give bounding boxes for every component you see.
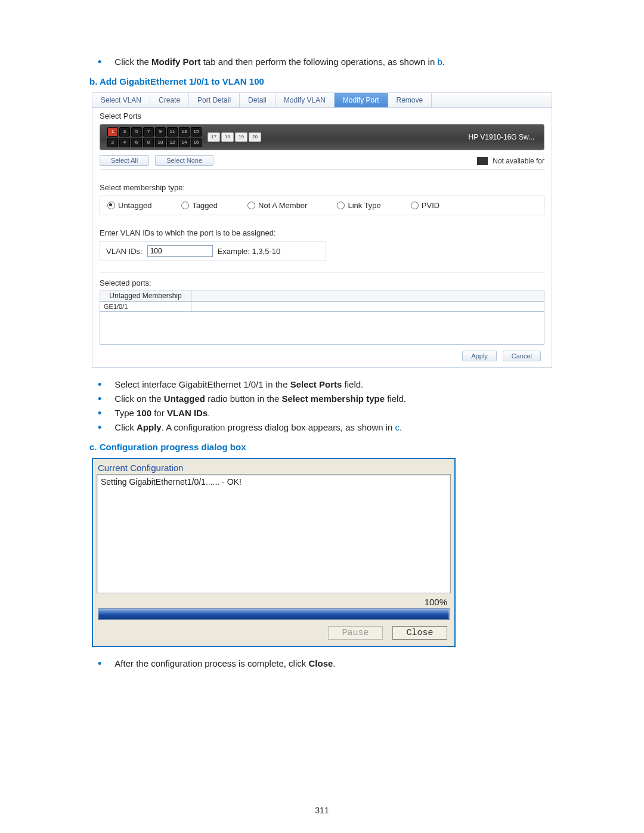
port-5[interactable]: 5: [131, 127, 142, 137]
bullet-dot-icon: •: [98, 393, 101, 405]
bullet-text: Select interface GigabitEthernet 1/0/1 i…: [114, 379, 363, 391]
radio-link-type[interactable]: Link Type: [337, 201, 380, 210]
port-10[interactable]: 10: [155, 138, 166, 147]
radio-dot-icon: [247, 202, 255, 209]
tabbar: Select VLAN Create Port Detail Detail Mo…: [92, 93, 552, 108]
page: • Click the Modify Port tab and then per…: [0, 0, 644, 833]
not-available-legend: Not avaliable for: [477, 156, 544, 165]
vlan-ids-label: VLAN IDs:: [106, 247, 143, 256]
radio-untagged[interactable]: Untagged: [107, 201, 151, 210]
bullet-text: Type 100 for VLAN IDs.: [114, 407, 210, 419]
progress-bar: [98, 608, 450, 620]
ports-grid: 13579111315246810121416: [107, 127, 202, 147]
bullet-text: Click on the Untagged radio button in th…: [114, 393, 406, 405]
selected-ports-label: Selected ports:: [100, 278, 544, 287]
bullet-dot-icon: •: [98, 422, 101, 433]
port-17[interactable]: 17: [208, 132, 220, 142]
radio-not-member[interactable]: Not A Member: [247, 201, 307, 210]
bullet-after-b-3: •Click Apply. A configuration progress d…: [89, 422, 555, 433]
bullet-after-b-0: •Select interface GigabitEthernet 1/0/1 …: [89, 379, 555, 391]
bullet-intro: • Click the Modify Port tab and then per…: [89, 56, 555, 68]
selected-ports-table: Untagged Membership GE1/0/1: [100, 290, 544, 345]
tab-detail[interactable]: Detail: [240, 93, 275, 107]
membership-label: Select membership type:: [100, 183, 544, 192]
selected-ports-header: Untagged Membership: [100, 290, 191, 302]
dialog-log-line: Setting GigabitEthernet1/0/1...... - OK!: [101, 477, 447, 487]
dialog-log: Setting GigabitEthernet1/0/1...... - OK!: [97, 474, 451, 593]
pause-button: Pause: [328, 626, 383, 640]
tab-create[interactable]: Create: [150, 93, 189, 107]
radio-dot-icon: [107, 202, 115, 209]
vlan-example: Example: 1,3,5-10: [218, 247, 281, 256]
port-7[interactable]: 7: [143, 127, 154, 137]
radio-pvid[interactable]: PVID: [411, 201, 439, 210]
progress-percent: 100%: [97, 597, 447, 607]
select-none-button[interactable]: Select None: [155, 155, 213, 166]
select-ports-label: Select Ports: [100, 112, 544, 120]
select-all-button[interactable]: Select All: [100, 155, 149, 166]
bullet-after-c-text: After the configuration process is compl…: [114, 658, 335, 670]
step-c-heading: c. Configuration progress dialog box: [89, 442, 555, 452]
bullet-dot-icon: •: [98, 407, 101, 419]
port-2[interactable]: 2: [107, 138, 118, 147]
switch-name: HP V1910-16G Sw...: [468, 133, 534, 141]
radio-dot-icon: [337, 202, 345, 209]
radio-tagged[interactable]: Tagged: [181, 201, 218, 210]
bullet-after-b-2: •Type 100 for VLAN IDs.: [89, 407, 555, 419]
vlan-ids-input[interactable]: [147, 245, 213, 257]
page-number: 311: [0, 806, 644, 815]
bullet-intro-text: Click the Modify Port tab and then perfo…: [114, 56, 445, 68]
selected-port-cell: GE1/0/1: [100, 302, 191, 312]
apply-button[interactable]: Apply: [462, 351, 497, 361]
port-8[interactable]: 8: [143, 138, 154, 147]
port-4[interactable]: 4: [119, 138, 130, 147]
port-1[interactable]: 1: [107, 127, 118, 137]
bullets-after-b: •Select interface GigabitEthernet 1/0/1 …: [89, 379, 555, 433]
port-15[interactable]: 15: [191, 127, 202, 137]
switch-strip: 13579111315246810121416 17181920 HP V191…: [100, 124, 544, 150]
bullet-dot-icon: •: [98, 379, 101, 391]
radio-dot-icon: [411, 202, 419, 209]
port-12[interactable]: 12: [167, 138, 178, 147]
vlan-id-row: VLAN IDs: Example: 1,3,5-10: [100, 241, 326, 261]
bullet-after-c: • After the configuration process is com…: [89, 658, 555, 670]
tab-select-vlan[interactable]: Select VLAN: [92, 93, 150, 107]
port-6[interactable]: 6: [131, 138, 142, 147]
cancel-button[interactable]: Cancel: [503, 351, 541, 361]
enter-vlan-label: Enter VLAN IDs to which the port is to b…: [100, 228, 544, 237]
ports-ext: 17181920: [208, 132, 261, 142]
close-button[interactable]: Close: [392, 626, 447, 640]
bullet-dot-icon: •: [98, 658, 101, 670]
step-b-heading: b. Add GigabitEthernet 1/0/1 to VLAN 100: [89, 76, 555, 86]
dialog-title: Current Configuration: [98, 463, 451, 473]
port-18[interactable]: 18: [221, 132, 234, 142]
bullet-dot-icon: •: [98, 56, 101, 68]
tab-modify-port[interactable]: Modify Port: [335, 93, 388, 107]
tab-remove[interactable]: Remove: [388, 93, 432, 107]
port-11[interactable]: 11: [167, 127, 178, 137]
membership-box: Untagged Tagged Not A Member Link Type P…: [100, 196, 544, 215]
port-3[interactable]: 3: [119, 127, 130, 137]
bullet-text: Click Apply. A configuration progress di…: [114, 422, 402, 433]
radio-dot-icon: [181, 202, 189, 209]
bullet-after-b-1: •Click on the Untagged radio button in t…: [89, 393, 555, 405]
legend-swatch-icon: [477, 157, 488, 165]
port-13[interactable]: 13: [179, 127, 190, 137]
tab-modify-vlan[interactable]: Modify VLAN: [275, 93, 335, 107]
screenshot-modify-port: Select VLAN Create Port Detail Detail Mo…: [92, 92, 552, 368]
tab-port-detail[interactable]: Port Detail: [189, 93, 240, 107]
port-19[interactable]: 19: [235, 132, 247, 142]
screenshot-progress-dialog: Current Configuration Setting GigabitEth…: [92, 458, 456, 647]
port-9[interactable]: 9: [155, 127, 166, 137]
port-16[interactable]: 16: [191, 138, 202, 147]
port-14[interactable]: 14: [179, 138, 190, 147]
port-20[interactable]: 20: [249, 132, 261, 142]
